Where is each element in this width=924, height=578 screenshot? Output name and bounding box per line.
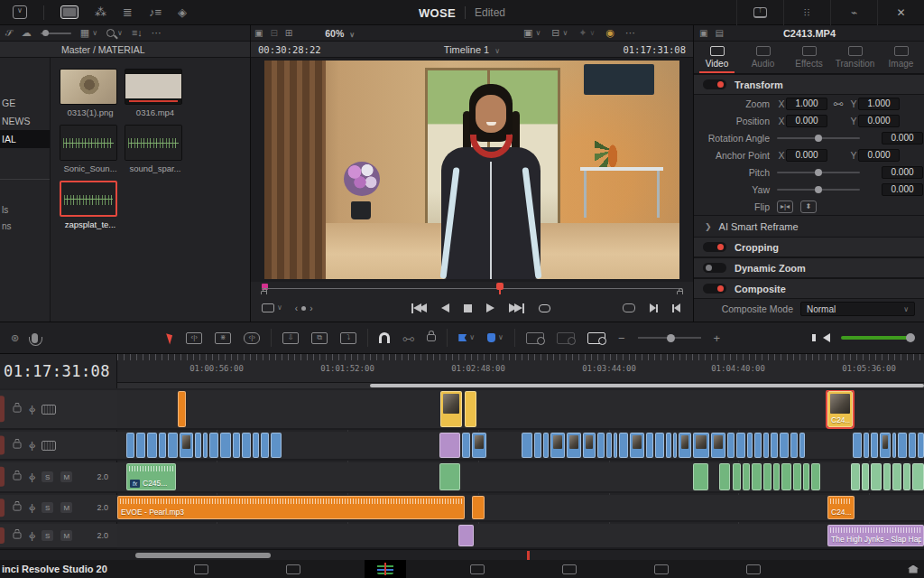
timeline-clip[interactable] — [918, 433, 924, 458]
tab-video[interactable]: Video — [694, 42, 740, 73]
record-arm-button[interactable] — [0, 436, 5, 455]
record-arm-button[interactable] — [0, 396, 5, 422]
loop-button[interactable] — [539, 304, 550, 312]
timeline-clip[interactable] — [880, 433, 891, 458]
timeline-clip[interactable] — [673, 433, 677, 458]
section-toggle[interactable] — [703, 79, 726, 89]
timeline-clip[interactable] — [752, 463, 762, 490]
track-lane-v2[interactable]: C24... — [117, 390, 924, 430]
razor-edit-mode-icon[interactable]: ⋇ — [215, 332, 231, 344]
auto-select-icon[interactable]: ‹|› — [29, 405, 34, 415]
mixer-icon[interactable]: ⫶⫶ — [783, 0, 830, 25]
track-header-v2[interactable]: ‹|› — [0, 390, 117, 430]
tab-image[interactable]: Image — [878, 42, 924, 73]
value-input-x[interactable]: 0.000 — [786, 149, 827, 162]
selection-mode-icon[interactable] — [168, 332, 173, 344]
more-options-icon[interactable]: ⋯ — [152, 28, 162, 38]
marker-icon[interactable]: ∨ — [487, 333, 504, 342]
page-button-edit[interactable] — [365, 560, 406, 578]
timeline-clip[interactable] — [180, 433, 193, 458]
go-to-first-frame-button[interactable] — [411, 303, 427, 313]
timeline-clip[interactable] — [799, 433, 805, 458]
timeline-clip[interactable] — [711, 433, 725, 458]
timeline-clip[interactable] — [439, 433, 460, 458]
flip-horizontal-button[interactable]: ▸|◂ — [777, 200, 793, 213]
timeline-clip[interactable] — [646, 433, 653, 458]
timeline-scrollbar-thumb[interactable] — [370, 384, 924, 387]
record-arm-button[interactable] — [0, 527, 5, 544]
section-toggle[interactable] — [703, 284, 726, 294]
track-lane-a2[interactable]: EVOE - Pearl.mp3C24... — [117, 495, 924, 522]
timeline-clip[interactable] — [465, 391, 476, 427]
track-lane-a3[interactable]: The High Jynks - Slap Happ — [117, 524, 924, 549]
timeline-clip[interactable] — [747, 433, 753, 458]
section-cropping[interactable]: Cropping — [694, 237, 924, 257]
timeline-clip[interactable] — [883, 463, 891, 490]
timeline-clip[interactable] — [693, 463, 708, 490]
snapping-magnet-icon[interactable] — [379, 332, 390, 343]
page-button-deliver[interactable] — [733, 560, 774, 578]
viewer-more-icon[interactable]: ⋯ — [625, 28, 635, 38]
solo-button[interactable]: S — [42, 471, 53, 482]
timeline-clip[interactable] — [178, 391, 186, 427]
timeline-clip[interactable] — [693, 433, 709, 458]
page-button-color[interactable] — [549, 560, 590, 578]
tab-effects[interactable]: Effects — [786, 42, 832, 73]
timeline-clip[interactable] — [898, 433, 907, 458]
media-clip[interactable]: 0316.mp4 — [125, 69, 186, 117]
track-lock-icon[interactable] — [14, 532, 22, 538]
timeline-clip[interactable]: The High Jynks - Slap Happ — [827, 525, 924, 546]
sound-library-icon[interactable]: ♪≡ — [149, 6, 162, 18]
timeline-clip[interactable] — [864, 433, 869, 458]
page-button-cut[interactable] — [273, 560, 314, 578]
ai-smart-reframe-header[interactable]: ❯AI Smart Reframe — [694, 215, 924, 237]
track-header-v1[interactable]: ‹|› — [0, 432, 117, 461]
timeline-clip[interactable] — [614, 433, 617, 458]
track-lock-icon[interactable] — [14, 473, 22, 480]
timeline-clip[interactable] — [534, 433, 541, 458]
timeline-clip[interactable] — [583, 433, 596, 458]
split-icon[interactable]: ✕ — [877, 0, 924, 25]
timeline-clip[interactable] — [630, 433, 644, 458]
timeline-clip[interactable] — [522, 433, 532, 458]
timeline-clip[interactable] — [763, 433, 769, 458]
timeline-clip[interactable] — [727, 433, 735, 458]
timeline-clip[interactable]: C24... — [827, 496, 855, 519]
flag-icon[interactable]: ∨ — [458, 334, 475, 341]
play-button[interactable] — [486, 303, 494, 312]
cloud-icon[interactable]: ☁ — [22, 28, 32, 38]
timeline-clip[interactable] — [159, 433, 166, 458]
timeline-options-icon[interactable]: ⊛ — [11, 333, 19, 343]
timeline-clip[interactable] — [472, 433, 486, 458]
transform-section-header[interactable]: Transform — [694, 74, 924, 95]
timeline-clip[interactable] — [892, 463, 901, 490]
timeline-clip[interactable] — [195, 433, 201, 458]
value-input-y[interactable]: 0.000 — [858, 149, 900, 162]
record-arm-button[interactable] — [0, 467, 5, 487]
parameter-slider[interactable] — [777, 189, 860, 191]
timeline-clip[interactable] — [903, 463, 910, 490]
crop-mode-icon[interactable]: ∨ — [262, 303, 282, 312]
timeline-clip[interactable] — [780, 433, 789, 458]
linked-selection-icon[interactable]: ⧟ — [402, 332, 414, 344]
value-input[interactable]: 0.000 — [882, 132, 923, 144]
timeline-clip[interactable] — [851, 463, 860, 490]
home-icon[interactable] — [908, 565, 919, 573]
overwrite-clip-icon[interactable]: ⧉ — [311, 332, 328, 344]
timeline-clip[interactable] — [261, 433, 269, 458]
timeline-clip[interactable] — [773, 463, 780, 490]
record-arm-button[interactable] — [0, 499, 5, 517]
page-button-media[interactable] — [180, 560, 222, 578]
zoom-in-icon[interactable]: + — [714, 332, 721, 344]
timeline-clip[interactable] — [871, 463, 882, 490]
flip-vertical-button[interactable]: ⬍ — [800, 200, 817, 213]
value-input-x[interactable]: 0.000 — [786, 115, 827, 127]
color-viewer-icon[interactable]: ◉ — [605, 28, 614, 38]
value-input[interactable]: 0.000 — [882, 183, 923, 196]
timeline-clip[interactable] — [790, 433, 798, 458]
parameter-slider[interactable] — [777, 172, 860, 173]
viewer-tools-icon[interactable]: ✦∨ — [578, 28, 595, 38]
play-reverse-button[interactable] — [441, 303, 449, 312]
position-lock-icon[interactable] — [427, 334, 436, 341]
timeline-clip[interactable] — [803, 463, 809, 490]
